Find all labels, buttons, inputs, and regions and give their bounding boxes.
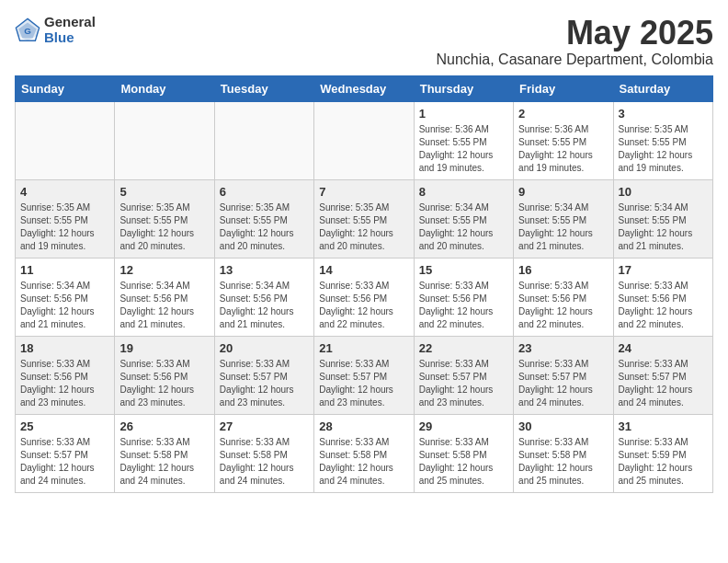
- day-info: Sunrise: 5:33 AM Sunset: 5:57 PM Dayligh…: [220, 358, 309, 409]
- calendar-cell: [16, 101, 115, 179]
- day-number: 26: [119, 419, 209, 433]
- weekday-header: Saturday: [613, 75, 712, 101]
- calendar-week-row: 25Sunrise: 5:33 AM Sunset: 5:57 PM Dayli…: [16, 414, 713, 492]
- calendar-cell: 13Sunrise: 5:34 AM Sunset: 5:56 PM Dayli…: [214, 258, 313, 336]
- day-number: 31: [619, 419, 708, 433]
- day-number: 12: [119, 263, 209, 277]
- calendar-header-row: SundayMondayTuesdayWednesdayThursdayFrid…: [16, 75, 713, 101]
- calendar-cell: 27Sunrise: 5:33 AM Sunset: 5:58 PM Dayli…: [214, 414, 313, 492]
- calendar-cell: 28Sunrise: 5:33 AM Sunset: 5:58 PM Dayli…: [314, 414, 414, 492]
- day-number: 27: [220, 419, 309, 433]
- page-header: G General Blue May 2025 Nunchia, Casanar…: [15, 15, 713, 68]
- day-number: 1: [419, 107, 508, 121]
- calendar-cell: 2Sunrise: 5:36 AM Sunset: 5:55 PM Daylig…: [514, 101, 613, 179]
- day-info: Sunrise: 5:33 AM Sunset: 5:56 PM Dayligh…: [518, 280, 608, 331]
- day-info: Sunrise: 5:35 AM Sunset: 5:55 PM Dayligh…: [20, 201, 109, 253]
- day-info: Sunrise: 5:33 AM Sunset: 5:58 PM Dayligh…: [220, 436, 309, 488]
- day-number: 25: [20, 419, 109, 433]
- day-info: Sunrise: 5:35 AM Sunset: 5:55 PM Dayligh…: [619, 123, 708, 175]
- calendar-cell: 29Sunrise: 5:33 AM Sunset: 5:58 PM Dayli…: [414, 414, 513, 492]
- calendar-cell: 6Sunrise: 5:35 AM Sunset: 5:55 PM Daylig…: [214, 179, 313, 258]
- day-info: Sunrise: 5:33 AM Sunset: 5:57 PM Dayligh…: [619, 358, 708, 409]
- calendar-cell: [214, 101, 313, 179]
- day-number: 23: [518, 341, 608, 355]
- calendar-cell: 16Sunrise: 5:33 AM Sunset: 5:56 PM Dayli…: [514, 258, 613, 336]
- day-number: 17: [619, 263, 708, 277]
- day-number: 2: [518, 107, 608, 121]
- day-info: Sunrise: 5:34 AM Sunset: 5:55 PM Dayligh…: [619, 201, 708, 253]
- logo-blue: Blue: [44, 30, 96, 46]
- day-number: 9: [518, 185, 608, 199]
- day-number: 4: [20, 185, 109, 199]
- day-number: 21: [319, 341, 408, 355]
- month-title: May 2025: [437, 15, 713, 52]
- day-number: 6: [220, 185, 309, 199]
- day-number: 13: [220, 263, 309, 277]
- day-info: Sunrise: 5:35 AM Sunset: 5:55 PM Dayligh…: [220, 201, 309, 253]
- calendar-cell: 11Sunrise: 5:34 AM Sunset: 5:56 PM Dayli…: [16, 258, 115, 336]
- day-info: Sunrise: 5:33 AM Sunset: 5:58 PM Dayligh…: [119, 436, 209, 488]
- day-number: 24: [619, 341, 708, 355]
- calendar-cell: 26Sunrise: 5:33 AM Sunset: 5:58 PM Dayli…: [115, 414, 214, 492]
- day-number: 10: [619, 185, 708, 199]
- svg-text:G: G: [24, 26, 31, 36]
- title-block: May 2025 Nunchia, Casanare Department, C…: [437, 15, 713, 68]
- calendar-cell: 12Sunrise: 5:34 AM Sunset: 5:56 PM Dayli…: [115, 258, 214, 336]
- calendar-cell: 18Sunrise: 5:33 AM Sunset: 5:56 PM Dayli…: [16, 336, 115, 414]
- calendar-cell: 10Sunrise: 5:34 AM Sunset: 5:55 PM Dayli…: [613, 179, 712, 258]
- calendar-cell: 24Sunrise: 5:33 AM Sunset: 5:57 PM Dayli…: [613, 336, 712, 414]
- day-info: Sunrise: 5:35 AM Sunset: 5:55 PM Dayligh…: [319, 201, 408, 253]
- calendar-cell: 31Sunrise: 5:33 AM Sunset: 5:59 PM Dayli…: [613, 414, 712, 492]
- day-info: Sunrise: 5:33 AM Sunset: 5:56 PM Dayligh…: [319, 280, 408, 331]
- day-info: Sunrise: 5:33 AM Sunset: 5:57 PM Dayligh…: [518, 358, 608, 409]
- day-info: Sunrise: 5:34 AM Sunset: 5:56 PM Dayligh…: [119, 280, 209, 331]
- day-number: 28: [319, 419, 408, 433]
- day-info: Sunrise: 5:34 AM Sunset: 5:55 PM Dayligh…: [518, 201, 608, 253]
- calendar-cell: [314, 101, 414, 179]
- day-info: Sunrise: 5:36 AM Sunset: 5:55 PM Dayligh…: [419, 123, 508, 175]
- calendar-cell: 4Sunrise: 5:35 AM Sunset: 5:55 PM Daylig…: [16, 179, 115, 258]
- calendar-cell: 14Sunrise: 5:33 AM Sunset: 5:56 PM Dayli…: [314, 258, 414, 336]
- day-number: 19: [119, 341, 209, 355]
- day-info: Sunrise: 5:33 AM Sunset: 5:59 PM Dayligh…: [619, 436, 708, 488]
- calendar-cell: 21Sunrise: 5:33 AM Sunset: 5:57 PM Dayli…: [314, 336, 414, 414]
- weekday-header: Thursday: [414, 75, 513, 101]
- day-number: 15: [419, 263, 508, 277]
- logo-icon: G: [15, 17, 40, 43]
- calendar-cell: 15Sunrise: 5:33 AM Sunset: 5:56 PM Dayli…: [414, 258, 513, 336]
- weekday-header: Friday: [514, 75, 613, 101]
- calendar-week-row: 4Sunrise: 5:35 AM Sunset: 5:55 PM Daylig…: [16, 179, 713, 258]
- calendar-week-row: 11Sunrise: 5:34 AM Sunset: 5:56 PM Dayli…: [16, 258, 713, 336]
- calendar-week-row: 18Sunrise: 5:33 AM Sunset: 5:56 PM Dayli…: [16, 336, 713, 414]
- calendar-cell: 22Sunrise: 5:33 AM Sunset: 5:57 PM Dayli…: [414, 336, 513, 414]
- location-title: Nunchia, Casanare Department, Colombia: [437, 52, 713, 68]
- day-number: 3: [619, 107, 708, 121]
- calendar-cell: 8Sunrise: 5:34 AM Sunset: 5:55 PM Daylig…: [414, 179, 513, 258]
- day-info: Sunrise: 5:34 AM Sunset: 5:56 PM Dayligh…: [220, 280, 309, 331]
- calendar-cell: 9Sunrise: 5:34 AM Sunset: 5:55 PM Daylig…: [514, 179, 613, 258]
- calendar-cell: 20Sunrise: 5:33 AM Sunset: 5:57 PM Dayli…: [214, 336, 313, 414]
- day-number: 5: [119, 185, 209, 199]
- day-info: Sunrise: 5:33 AM Sunset: 5:56 PM Dayligh…: [419, 280, 508, 331]
- calendar-cell: 5Sunrise: 5:35 AM Sunset: 5:55 PM Daylig…: [115, 179, 214, 258]
- logo-text: General Blue: [44, 15, 96, 45]
- day-info: Sunrise: 5:34 AM Sunset: 5:56 PM Dayligh…: [20, 280, 109, 331]
- day-info: Sunrise: 5:33 AM Sunset: 5:56 PM Dayligh…: [119, 358, 209, 409]
- weekday-header: Sunday: [16, 75, 115, 101]
- logo: G General Blue: [15, 15, 96, 45]
- calendar-cell: 23Sunrise: 5:33 AM Sunset: 5:57 PM Dayli…: [514, 336, 613, 414]
- day-info: Sunrise: 5:33 AM Sunset: 5:56 PM Dayligh…: [619, 280, 708, 331]
- day-number: 22: [419, 341, 508, 355]
- calendar-cell: 17Sunrise: 5:33 AM Sunset: 5:56 PM Dayli…: [613, 258, 712, 336]
- logo-general: General: [44, 15, 96, 30]
- weekday-header: Wednesday: [314, 75, 414, 101]
- day-number: 14: [319, 263, 408, 277]
- calendar-cell: 3Sunrise: 5:35 AM Sunset: 5:55 PM Daylig…: [613, 101, 712, 179]
- weekday-header: Monday: [115, 75, 214, 101]
- weekday-header: Tuesday: [214, 75, 313, 101]
- day-info: Sunrise: 5:36 AM Sunset: 5:55 PM Dayligh…: [518, 123, 608, 175]
- calendar-cell: [115, 101, 214, 179]
- day-info: Sunrise: 5:34 AM Sunset: 5:55 PM Dayligh…: [419, 201, 508, 253]
- day-info: Sunrise: 5:35 AM Sunset: 5:55 PM Dayligh…: [119, 201, 209, 253]
- day-info: Sunrise: 5:33 AM Sunset: 5:57 PM Dayligh…: [319, 358, 408, 409]
